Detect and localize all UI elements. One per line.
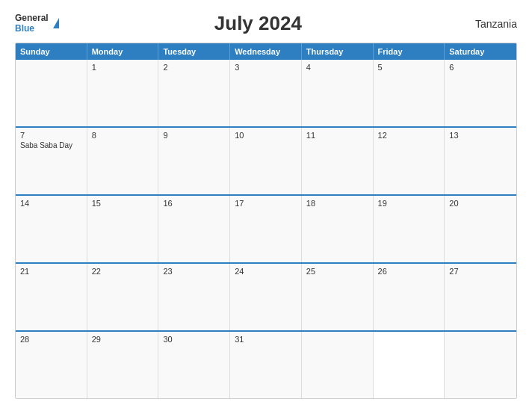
cell-day-number: 19 xyxy=(378,199,440,208)
cell-day-number: 13 xyxy=(449,131,512,140)
calendar-cell xyxy=(374,332,445,398)
logo-text: General Blue xyxy=(15,13,49,33)
calendar-cell: 28 xyxy=(16,332,87,398)
cell-day-number: 24 xyxy=(235,267,297,276)
cell-day-number: 15 xyxy=(92,199,154,208)
day-header: Monday xyxy=(87,43,159,60)
calendar-title: July 2024 xyxy=(59,12,457,35)
cell-day-number: 22 xyxy=(92,267,154,276)
calendar-cell: 31 xyxy=(230,332,302,398)
calendar-cell: 2 xyxy=(158,60,230,126)
calendar-cell: 17 xyxy=(230,196,302,262)
cell-day-number: 2 xyxy=(163,63,225,72)
day-header: Saturday xyxy=(445,43,516,60)
calendar: SundayMondayTuesdayWednesdayThursdayFrid… xyxy=(15,43,517,399)
country-label: Tanzania xyxy=(457,18,517,30)
cell-day-number: 27 xyxy=(449,267,512,276)
day-headers-row: SundayMondayTuesdayWednesdayThursdayFrid… xyxy=(16,43,516,60)
cell-day-number: 9 xyxy=(163,131,225,140)
calendar-cell: 10 xyxy=(230,128,302,194)
calendar-cell: 13 xyxy=(445,128,516,194)
calendar-cell: 19 xyxy=(374,196,445,262)
logo-blue-text: Blue xyxy=(15,24,49,34)
calendar-cell: 8 xyxy=(87,128,159,194)
header: General Blue July 2024 Tanzania xyxy=(15,12,517,35)
calendar-row: 123456 xyxy=(16,60,516,128)
cell-day-number: 21 xyxy=(20,267,82,276)
calendar-row: 28293031 xyxy=(16,332,516,398)
calendar-cell: 29 xyxy=(87,332,159,398)
calendar-cell: 25 xyxy=(302,264,374,330)
logo-triangle-icon xyxy=(53,18,59,28)
page: General Blue July 2024 Tanzania SundayMo… xyxy=(0,0,532,411)
calendar-cell: 20 xyxy=(445,196,516,262)
calendar-row: 21222324252627 xyxy=(16,264,516,332)
day-header: Sunday xyxy=(16,43,87,60)
calendar-cell xyxy=(302,332,374,398)
cell-day-number: 12 xyxy=(378,131,440,140)
cell-day-number: 11 xyxy=(306,131,368,140)
calendar-cell: 30 xyxy=(158,332,230,398)
logo: General Blue xyxy=(15,13,59,33)
cell-day-number: 26 xyxy=(378,267,440,276)
cell-day-number: 30 xyxy=(163,335,225,344)
cell-day-number: 18 xyxy=(306,199,368,208)
calendar-cell: 14 xyxy=(16,196,87,262)
cell-day-number: 8 xyxy=(92,131,154,140)
cell-day-number: 31 xyxy=(235,335,297,344)
calendar-cell: 12 xyxy=(374,128,445,194)
cell-day-number: 20 xyxy=(449,199,512,208)
cell-day-number: 16 xyxy=(163,199,225,208)
cell-day-number: 5 xyxy=(378,63,440,72)
cell-day-number: 4 xyxy=(306,63,368,72)
day-header: Friday xyxy=(374,43,445,60)
calendar-cell: 27 xyxy=(445,264,516,330)
cell-day-number: 10 xyxy=(235,131,297,140)
calendar-cell xyxy=(16,60,87,126)
calendar-cell: 4 xyxy=(302,60,374,126)
calendar-cell: 3 xyxy=(230,60,302,126)
day-header: Thursday xyxy=(302,43,374,60)
calendar-cell: 16 xyxy=(158,196,230,262)
calendar-cell: 15 xyxy=(87,196,159,262)
cell-day-number: 23 xyxy=(163,267,225,276)
calendar-cell: 24 xyxy=(230,264,302,330)
calendar-row: 7Saba Saba Day8910111213 xyxy=(16,128,516,196)
calendar-cell: 22 xyxy=(87,264,159,330)
cell-day-number: 17 xyxy=(235,199,297,208)
cell-day-number: 28 xyxy=(20,335,82,344)
logo-general-text: General xyxy=(15,13,49,23)
cell-day-number: 6 xyxy=(449,63,512,72)
calendar-cell: 23 xyxy=(158,264,230,330)
calendar-cell xyxy=(445,332,516,398)
cell-day-number: 3 xyxy=(235,63,297,72)
calendar-cell: 18 xyxy=(302,196,374,262)
calendar-row: 14151617181920 xyxy=(16,196,516,264)
calendar-cell: 6 xyxy=(445,60,516,126)
cell-day-number: 29 xyxy=(92,335,154,344)
calendar-cell: 11 xyxy=(302,128,374,194)
calendar-cell: 1 xyxy=(87,60,159,126)
calendar-cell: 7Saba Saba Day xyxy=(16,128,87,194)
calendar-grid: 1234567Saba Saba Day89101112131415161718… xyxy=(16,60,516,398)
cell-day-number: 1 xyxy=(92,63,154,72)
cell-day-number: 7 xyxy=(20,131,82,140)
calendar-cell: 5 xyxy=(374,60,445,126)
cell-day-number: 14 xyxy=(20,199,82,208)
calendar-cell: 21 xyxy=(16,264,87,330)
cell-event: Saba Saba Day xyxy=(20,141,82,150)
calendar-cell: 9 xyxy=(158,128,230,194)
calendar-cell: 26 xyxy=(374,264,445,330)
day-header: Tuesday xyxy=(158,43,230,60)
day-header: Wednesday xyxy=(230,43,302,60)
cell-day-number: 25 xyxy=(306,267,368,276)
